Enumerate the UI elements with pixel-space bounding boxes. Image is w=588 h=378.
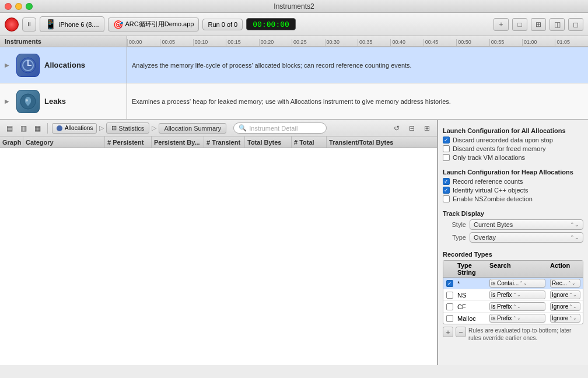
style-row: Style Current Bytes ⌃⌄ — [443, 219, 583, 230]
types-row-check-3[interactable] — [443, 302, 455, 312]
content-area: ▤ ▥ ▦ Allocations ▷ ⊞ Statistics ▷ Alloc… — [0, 120, 588, 365]
types-checkbox-3[interactable] — [446, 303, 453, 310]
leaks-row[interactable]: ▶ Leaks Examines a process' heap for lea… — [0, 83, 588, 120]
secondary-toolbar: ▤ ▥ ▦ Allocations ▷ ⊞ Statistics ▷ Alloc… — [0, 120, 437, 136]
checkbox-nszombie-input[interactable] — [443, 195, 450, 202]
close-button[interactable] — [5, 3, 12, 10]
leaks-desc: Examines a process' heap for leaked memo… — [132, 98, 451, 105]
col-transient-total: Transient/Total Bytes — [327, 136, 437, 148]
types-row-check-4[interactable] — [443, 313, 455, 324]
col-total: # Total — [292, 136, 327, 148]
checkbox-record-refs-input[interactable] — [443, 178, 450, 185]
ruler-mark: 00:00 — [127, 39, 160, 46]
types-col-search: Search — [487, 261, 548, 277]
track-display-title: Track Display — [443, 210, 583, 217]
allocations-expand-arrow[interactable]: ▶ — [5, 62, 9, 68]
collapse-icon-btn[interactable]: ⊟ — [405, 122, 418, 135]
types-search-1: is Contai... ⌃⌄ — [487, 278, 548, 289]
types-search-select-2[interactable]: is Prefix ⌃⌄ — [489, 290, 545, 299]
device-tab[interactable]: 📱 iPhone 6 (8.... — [40, 16, 104, 32]
toolbar-btn-4[interactable]: ◻ — [568, 18, 583, 31]
types-search-select-4[interactable]: is Prefix ⌃⌄ — [489, 314, 545, 323]
style-label: Style — [443, 221, 466, 228]
checkbox-identify-cpp-label: Identify virtual C++ objects — [453, 187, 528, 194]
svg-point-4 — [57, 125, 62, 131]
left-panel: ▤ ▥ ▦ Allocations ▷ ⊞ Statistics ▷ Alloc… — [0, 120, 438, 365]
time-display: 00:00:00 — [246, 18, 296, 30]
types-action-select-2[interactable]: Ignore ⌃⌄ — [550, 290, 580, 299]
types-header: Type String Search Action — [443, 261, 583, 278]
maximize-button[interactable] — [26, 3, 33, 10]
types-search-select-3[interactable]: is Prefix ⌃⌄ — [489, 302, 545, 311]
col-graph: Graph — [0, 136, 23, 148]
checkbox-discard-unrecorded-input[interactable] — [443, 136, 450, 144]
col-category: Category — [23, 136, 105, 148]
checkbox-nszombie-label: Enable NSZombie detection — [453, 195, 533, 202]
types-row-cf[interactable]: CF is Prefix ⌃⌄ Ignore ⌃⌄ — [443, 301, 583, 313]
instruments-area: Instruments 00:00 00:05 00:10 00:15 00:2… — [0, 36, 588, 120]
minimize-button[interactable] — [15, 3, 22, 10]
secondary-icon-2[interactable]: ▥ — [18, 123, 29, 134]
ruler-mark: 01:05 — [555, 39, 587, 46]
title-bar: Instruments2 — [0, 0, 588, 13]
types-search-select-1[interactable]: is Contai... ⌃⌄ — [489, 279, 545, 288]
launch-heap-title: Launch Configuration for Heap Allocation… — [443, 169, 583, 176]
types-action-select-3[interactable]: Ignore ⌃⌄ — [550, 302, 580, 311]
checkbox-identify-cpp: Identify virtual C++ objects — [443, 187, 583, 194]
types-action-select-4[interactable]: Ignore ⌃⌄ — [550, 314, 580, 323]
allocation-summary-tab[interactable]: Allocation Summary — [159, 123, 226, 134]
leaks-expand-arrow[interactable]: ▶ — [5, 98, 9, 104]
types-row-ns[interactable]: NS is Prefix ⌃⌄ Ignore ⌃⌄ — [443, 289, 583, 301]
toolbar-btn-2[interactable]: ⊞ — [531, 18, 546, 31]
add-type-button[interactable]: + — [443, 327, 453, 337]
types-type-3: CF — [455, 302, 487, 312]
types-row-star[interactable]: * is Contai... ⌃⌄ Rec... ⌃⌄ — [443, 278, 583, 289]
types-action-select-1[interactable]: Rec... ⌃⌄ — [550, 279, 580, 288]
types-checkbox-4[interactable] — [446, 315, 453, 322]
search-field[interactable]: 🔍 Instrument Detail — [233, 123, 327, 134]
checkbox-identify-cpp-input[interactable] — [443, 187, 450, 194]
secondary-icon-1[interactable]: ▤ — [4, 123, 15, 134]
toolbar-btn-3[interactable]: ◫ — [550, 18, 565, 31]
checkbox-only-vm-input[interactable] — [443, 154, 450, 161]
allocation-summary-label: Allocation Summary — [164, 125, 221, 132]
ruler-mark: 00:40 — [390, 39, 423, 46]
types-checkbox-1[interactable] — [446, 280, 453, 287]
nav-arrow: ▷ — [99, 124, 104, 132]
ruler-mark: 00:45 — [424, 39, 456, 46]
statistics-label: Statistics — [118, 125, 144, 132]
statistics-tab[interactable]: ⊞ Statistics — [106, 123, 149, 134]
types-checkbox-2[interactable] — [446, 292, 453, 299]
allocations-row[interactable]: ▶ Allocations Analyzes the memory life-c… — [0, 47, 588, 83]
toolbar-btn-1[interactable]: □ — [512, 18, 527, 31]
add-instrument-button[interactable]: + — [494, 18, 509, 31]
toolbar: ⏸ 📱 iPhone 6 (8.... 🎯 ARC循环引用Demo.app Ru… — [0, 13, 588, 36]
types-type-2: NS — [455, 290, 487, 300]
type-select[interactable]: Overlay ⌃⌄ — [470, 232, 583, 243]
checkbox-discard-freed-input[interactable] — [443, 145, 450, 152]
record-button[interactable] — [5, 18, 19, 32]
launch-heap-section: Launch Configuration for Heap Allocation… — [443, 166, 583, 204]
types-row-check-1[interactable] — [443, 278, 455, 289]
allocations-nav-btn[interactable]: Allocations — [52, 123, 97, 134]
recorded-types-section: Recorded Types Type String Search Action — [443, 249, 583, 342]
app-tab[interactable]: 🎯 ARC循环引用Demo.app — [108, 18, 200, 32]
detail-icon-btns: ↺ ⊟ ⊞ — [390, 122, 433, 135]
col-total-bytes: Total Bytes — [245, 136, 292, 148]
style-select[interactable]: Current Bytes ⌃⌄ — [470, 219, 583, 230]
ruler-mark: 00:20 — [259, 39, 292, 46]
secondary-icon-3[interactable]: ▦ — [32, 123, 43, 134]
type-row: Type Overlay ⌃⌄ — [443, 232, 583, 243]
ruler-mark: 00:30 — [325, 39, 358, 46]
types-action-2: Ignore ⌃⌄ — [548, 289, 583, 300]
types-row-malloc[interactable]: Malloc is Prefix ⌃⌄ Ignore ⌃⌄ — [443, 313, 583, 324]
checkbox-discard-unrecorded-label: Discard unrecorded data upon stop — [453, 136, 553, 144]
checkbox-record-refs: Record reference counts — [443, 178, 583, 185]
types-row-check-2[interactable] — [443, 290, 455, 300]
pause-button[interactable]: ⏸ — [22, 18, 36, 32]
window-title: Instruments2 — [274, 2, 314, 10]
remove-type-button[interactable]: − — [456, 327, 466, 337]
refresh-icon-btn[interactable]: ↺ — [390, 122, 403, 135]
app-label: ARC循环引用Demo.app — [125, 20, 194, 29]
expand-icon-btn[interactable]: ⊞ — [421, 122, 433, 135]
